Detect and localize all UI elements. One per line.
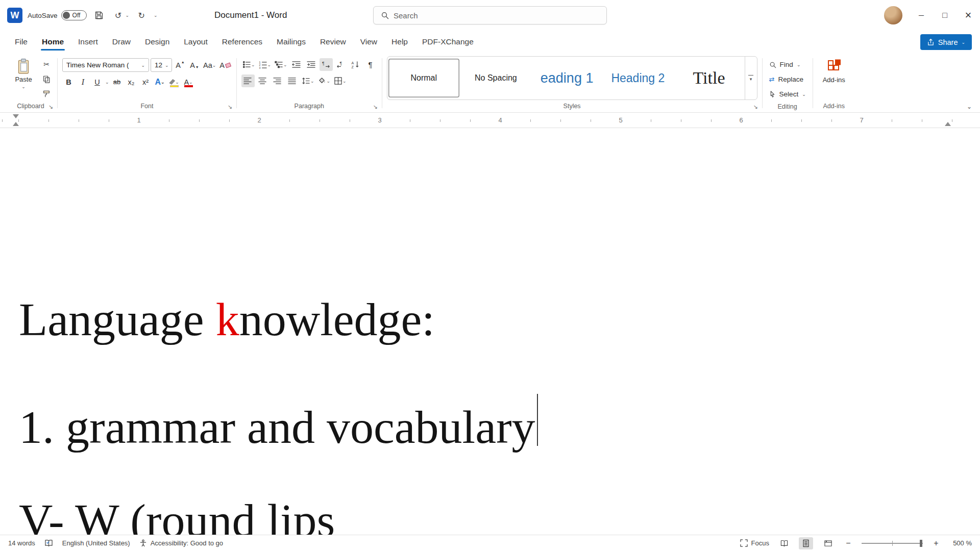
shrink-font-button[interactable]: A (188, 59, 201, 71)
web-layout-button[interactable] (821, 537, 835, 549)
tab-review[interactable]: Review (313, 34, 353, 50)
highlight-button[interactable]: ⌄ (168, 76, 181, 88)
bold-button[interactable]: B (62, 76, 75, 88)
borders-button[interactable]: ⌄ (333, 74, 348, 87)
italic-button[interactable]: I (77, 76, 89, 88)
font-dialog-launcher[interactable]: ↘ (228, 104, 232, 110)
word-count[interactable]: 14 words (8, 539, 35, 547)
sort-button[interactable]: AZ (349, 58, 362, 71)
strikethrough-button[interactable]: ab (111, 76, 124, 88)
paragraph-dialog-launcher[interactable]: ↘ (373, 104, 377, 110)
zoom-slider[interactable] (862, 543, 923, 544)
numbering-button[interactable]: 123 ⌄ (258, 58, 273, 71)
tab-references[interactable]: References (215, 34, 269, 50)
first-line-indent-marker[interactable] (13, 114, 19, 118)
zoom-in-button[interactable] (930, 538, 942, 549)
font-size-combo[interactable]: 12 ⌄ (151, 58, 172, 72)
paste-button[interactable]: Paste ⌄ (9, 56, 38, 100)
tab-draw[interactable]: Draw (106, 34, 137, 50)
style-no-spacing[interactable]: No Spacing (460, 58, 531, 98)
styles-gallery-more-button[interactable]: ▾ (745, 57, 757, 99)
tab-help[interactable]: Help (385, 34, 414, 50)
styles-dialog-launcher[interactable]: ↘ (753, 104, 757, 110)
document-line-1[interactable]: Language knowledge: (19, 293, 435, 347)
addins-button[interactable]: Add-ins (818, 56, 850, 100)
paste-chevron-icon[interactable]: ⌄ (21, 84, 26, 89)
rtl-text-direction-button[interactable]: ¶ (334, 58, 348, 71)
tab-insert[interactable]: Insert (71, 34, 105, 50)
zoom-level[interactable]: 500 % (949, 539, 972, 547)
select-button[interactable]: Select ⌄ (767, 88, 808, 101)
line-spacing-button[interactable]: ⌄ (301, 74, 315, 87)
collapse-ribbon-chevron-icon[interactable]: ⌄ (967, 103, 972, 110)
find-button[interactable]: Find ⌄ (767, 58, 808, 71)
style-normal[interactable]: Normal (388, 59, 459, 97)
clear-formatting-button[interactable]: A (218, 59, 232, 71)
shading-button[interactable]: ⌄ (317, 74, 332, 87)
document-line-2[interactable]: 1. grammar and vocabulary (19, 394, 538, 455)
increase-indent-button[interactable] (305, 58, 318, 71)
align-center-button[interactable] (256, 74, 270, 87)
proofing-status[interactable] (44, 539, 53, 547)
decrease-indent-button[interactable] (290, 58, 303, 71)
font-name-combo[interactable]: Times New Roman ( ⌄ (62, 58, 149, 72)
clipboard-dialog-launcher[interactable]: ↘ (48, 104, 53, 110)
line1-red-text: k (216, 293, 239, 345)
underline-chevron-icon[interactable]: ⌄ (105, 80, 109, 85)
search-input[interactable] (394, 11, 599, 20)
text-effects-button[interactable]: A ⌄ (154, 76, 166, 88)
subscript-button[interactable]: x₂ (125, 76, 138, 88)
tab-design[interactable]: Design (138, 34, 176, 50)
underline-button[interactable]: U (91, 76, 104, 88)
autosave-toggle[interactable]: Off (61, 10, 87, 20)
tab-layout[interactable]: Layout (177, 34, 214, 50)
replace-button[interactable]: ⇄ Replace (767, 73, 808, 86)
qat-customize-chevron-icon[interactable]: ⌄ (154, 13, 158, 18)
right-indent-marker[interactable] (945, 122, 951, 126)
cut-button[interactable]: ✂ (40, 58, 53, 70)
undo-control[interactable]: ↺ ⌄ (111, 8, 130, 22)
minimize-button[interactable] (910, 0, 933, 31)
avatar[interactable] (884, 6, 902, 24)
print-layout-button[interactable] (799, 537, 813, 549)
accessibility-status[interactable]: Accessibility: Good to go (139, 539, 223, 547)
save-button[interactable] (92, 8, 106, 22)
hanging-indent-marker[interactable] (13, 122, 19, 126)
ltr-text-direction-button[interactable]: ¶ (320, 58, 333, 71)
multilevel-list-button[interactable]: ⌄ (274, 58, 288, 71)
tab-home[interactable]: Home (35, 34, 70, 50)
change-case-button[interactable]: Aa ⌄ (202, 59, 217, 71)
format-painter-button[interactable] (40, 88, 53, 100)
maximize-button[interactable] (933, 0, 957, 31)
style-heading-2[interactable]: Heading 2 (602, 58, 673, 98)
undo-chevron-icon[interactable]: ⌄ (126, 13, 130, 18)
document-canvas[interactable]: Language knowledge: 1. grammar and vocab… (0, 129, 980, 535)
search-box[interactable] (373, 6, 607, 24)
tab-view[interactable]: View (354, 34, 384, 50)
focus-mode-button[interactable]: Focus (740, 539, 769, 547)
redo-button[interactable]: ↻ (134, 8, 149, 22)
close-button[interactable] (957, 0, 980, 31)
zoom-slider-thumb[interactable] (920, 540, 922, 547)
bullets-button[interactable]: ⌄ (241, 58, 256, 71)
style-heading-1[interactable]: eading 1 (531, 58, 602, 98)
style-title[interactable]: Title (673, 58, 744, 98)
language-status[interactable]: English (United States) (62, 539, 130, 547)
align-right-button[interactable] (271, 74, 284, 87)
superscript-button[interactable]: x² (139, 76, 152, 88)
horizontal-ruler[interactable]: 1 2 3 4 5 6 7 (0, 113, 980, 128)
share-button[interactable]: Share ⌄ (920, 34, 972, 50)
align-left-button[interactable] (241, 74, 255, 87)
autosave-control[interactable]: AutoSave Off (28, 10, 87, 20)
read-mode-button[interactable] (777, 537, 791, 549)
tab-pdf-xchange[interactable]: PDF-XChange (415, 34, 480, 50)
show-formatting-marks-button[interactable] (364, 58, 377, 71)
tab-file[interactable]: File (8, 34, 34, 50)
grow-font-button[interactable]: A (174, 59, 186, 71)
justify-button[interactable] (286, 74, 299, 87)
zoom-out-button[interactable] (843, 538, 854, 549)
document-line-3[interactable]: V- W (round lips (19, 494, 335, 535)
tab-mailings[interactable]: Mailings (270, 34, 312, 50)
font-color-button[interactable]: A ⌄ (182, 76, 195, 88)
copy-button[interactable] (40, 73, 53, 85)
